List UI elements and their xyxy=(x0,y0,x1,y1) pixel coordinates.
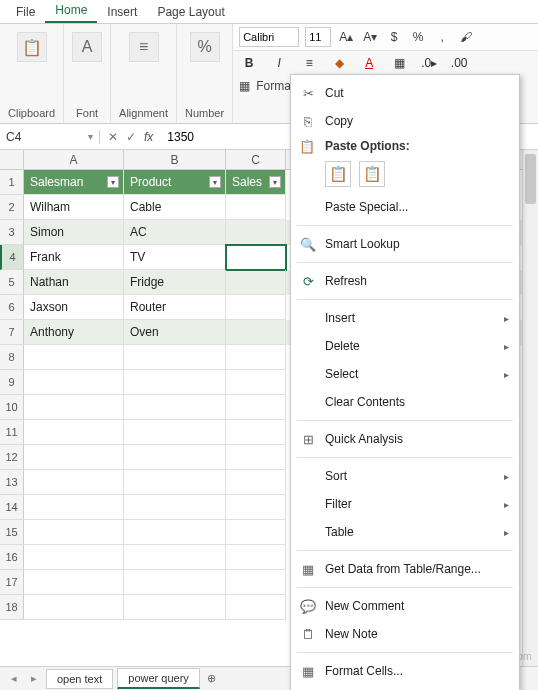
cell[interactable]: Router xyxy=(124,295,226,320)
cell[interactable]: AC xyxy=(124,220,226,245)
menu-pick-from-list[interactable]: Pick From Drop-down List... xyxy=(291,685,519,690)
cell[interactable] xyxy=(24,420,124,445)
cell[interactable] xyxy=(226,370,286,395)
increase-decimal-icon[interactable]: .0▸ xyxy=(419,53,439,73)
menu-cut[interactable]: ✂ Cut xyxy=(291,79,519,107)
row-header[interactable]: 12 xyxy=(0,445,24,470)
selected-cell[interactable] xyxy=(226,245,286,270)
cell[interactable] xyxy=(226,220,286,245)
row-header[interactable]: 10 xyxy=(0,395,24,420)
menu-format-cells[interactable]: ▦ Format Cells... xyxy=(291,657,519,685)
column-header[interactable]: B xyxy=(124,150,226,169)
menu-smart-lookup[interactable]: 🔍 Smart Lookup xyxy=(291,230,519,258)
clipboard-icon[interactable]: 📋 xyxy=(17,32,47,62)
filter-dropdown-icon[interactable]: ▾ xyxy=(269,176,281,188)
tab-file[interactable]: File xyxy=(6,1,45,23)
paste-option-values[interactable]: 📋 xyxy=(359,161,385,187)
align-button-icon[interactable]: ≡ xyxy=(299,53,319,73)
table-header-sales[interactable]: Sales ▾ xyxy=(226,170,286,195)
row-header[interactable]: 13 xyxy=(0,470,24,495)
cell[interactable] xyxy=(124,595,226,620)
sheet-tab-open-text[interactable]: open text xyxy=(46,669,113,689)
row-header[interactable]: 5 xyxy=(0,270,24,295)
sheet-nav-prev-icon[interactable]: ◂ xyxy=(6,672,22,685)
chevron-down-icon[interactable]: ▾ xyxy=(88,131,93,142)
row-header[interactable]: 18 xyxy=(0,595,24,620)
tab-pagelayout[interactable]: Page Layout xyxy=(147,1,234,23)
filter-dropdown-icon[interactable]: ▾ xyxy=(107,176,119,188)
cell[interactable] xyxy=(124,445,226,470)
menu-sort[interactable]: Sort ▸ xyxy=(291,462,519,490)
select-all-corner[interactable] xyxy=(0,150,24,170)
menu-insert[interactable]: Insert ▸ xyxy=(291,304,519,332)
column-header[interactable]: A xyxy=(24,150,124,169)
font-color-icon[interactable]: A xyxy=(359,53,379,73)
cell[interactable] xyxy=(124,370,226,395)
cell[interactable] xyxy=(24,520,124,545)
increase-font-icon[interactable]: A▴ xyxy=(337,28,355,46)
cell[interactable] xyxy=(226,270,286,295)
fill-color-icon[interactable]: ◆ xyxy=(329,53,349,73)
cell[interactable]: TV xyxy=(124,245,226,270)
cell[interactable] xyxy=(226,395,286,420)
cell[interactable]: Fridge xyxy=(124,270,226,295)
menu-get-data[interactable]: ▦ Get Data from Table/Range... xyxy=(291,555,519,583)
cell[interactable] xyxy=(226,570,286,595)
row-header[interactable]: 4 xyxy=(0,245,24,270)
fx-icon[interactable]: fx xyxy=(144,130,153,144)
cell[interactable] xyxy=(226,470,286,495)
cell[interactable]: Simon xyxy=(24,220,124,245)
cell[interactable] xyxy=(24,545,124,570)
font-name-input[interactable] xyxy=(239,27,299,47)
menu-quick-analysis[interactable]: ⊞ Quick Analysis xyxy=(291,425,519,453)
cell[interactable] xyxy=(124,420,226,445)
font-size-input[interactable] xyxy=(305,27,331,47)
menu-paste-special[interactable]: Paste Special... xyxy=(291,193,519,221)
number-icon[interactable]: % xyxy=(190,32,220,62)
font-icon[interactable]: A xyxy=(72,32,102,62)
cell[interactable] xyxy=(226,345,286,370)
cell[interactable]: Jaxson xyxy=(24,295,124,320)
new-sheet-icon[interactable]: ⊕ xyxy=(204,672,220,685)
cell[interactable]: Frank xyxy=(24,245,124,270)
table-header-salesman[interactable]: Salesman ▾ xyxy=(24,170,124,195)
scroll-thumb[interactable] xyxy=(525,154,536,204)
cell[interactable]: Nathan xyxy=(24,270,124,295)
cell[interactable] xyxy=(124,545,226,570)
align-icon[interactable]: ≡ xyxy=(129,32,159,62)
enter-formula-icon[interactable]: ✓ xyxy=(126,130,136,144)
row-header[interactable]: 7 xyxy=(0,320,24,345)
decrease-font-icon[interactable]: A▾ xyxy=(361,28,379,46)
menu-new-comment[interactable]: 💬 New Comment xyxy=(291,592,519,620)
cell[interactable] xyxy=(124,570,226,595)
cancel-formula-icon[interactable]: ✕ xyxy=(108,130,118,144)
menu-new-note[interactable]: 🗒 New Note xyxy=(291,620,519,648)
cell[interactable] xyxy=(24,370,124,395)
row-header[interactable]: 3 xyxy=(0,220,24,245)
menu-copy[interactable]: ⎘ Copy xyxy=(291,107,519,135)
cell[interactable] xyxy=(124,345,226,370)
percent-icon[interactable]: % xyxy=(409,28,427,46)
row-header[interactable]: 17 xyxy=(0,570,24,595)
cell[interactable] xyxy=(24,595,124,620)
filter-dropdown-icon[interactable]: ▾ xyxy=(209,176,221,188)
cell[interactable] xyxy=(226,320,286,345)
sheet-nav-next-icon[interactable]: ▸ xyxy=(26,672,42,685)
name-box[interactable]: C4 ▾ xyxy=(0,130,100,144)
cell[interactable] xyxy=(24,470,124,495)
row-header[interactable]: 2 xyxy=(0,195,24,220)
menu-refresh[interactable]: ⟳ Refresh xyxy=(291,267,519,295)
cell[interactable] xyxy=(24,570,124,595)
cell[interactable] xyxy=(226,295,286,320)
decrease-decimal-icon[interactable]: .00 xyxy=(449,53,469,73)
cell[interactable]: Oven xyxy=(124,320,226,345)
column-header[interactable]: C xyxy=(226,150,286,169)
cell[interactable] xyxy=(24,445,124,470)
row-header[interactable]: 14 xyxy=(0,495,24,520)
menu-filter[interactable]: Filter ▸ xyxy=(291,490,519,518)
cell[interactable] xyxy=(24,345,124,370)
sheet-tab-power-query[interactable]: power query xyxy=(117,668,200,689)
tab-home[interactable]: Home xyxy=(45,0,97,23)
cell[interactable]: Anthony xyxy=(24,320,124,345)
row-header[interactable]: 11 xyxy=(0,420,24,445)
